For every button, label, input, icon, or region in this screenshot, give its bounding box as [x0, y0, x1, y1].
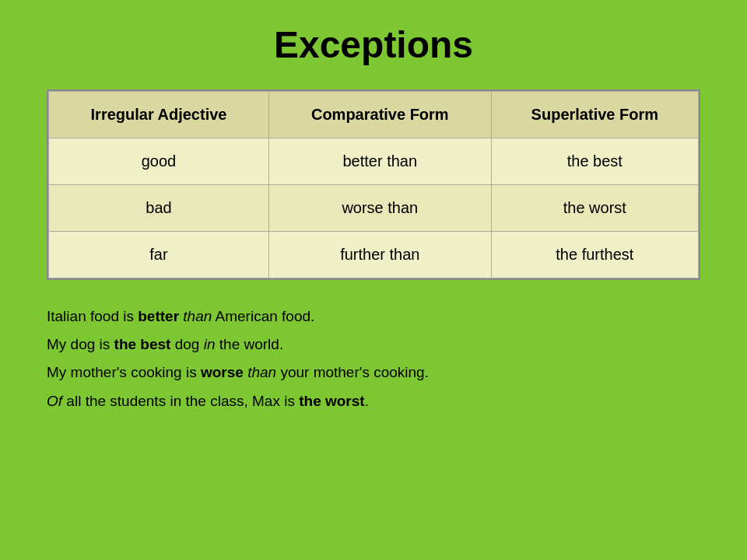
cell-superlative: the furthest: [491, 232, 698, 278]
examples-section: Italian food is better than American foo…: [47, 303, 700, 415]
cell-comparative: worse than: [268, 185, 491, 232]
exceptions-table: Irregular Adjective Comparative Form Sup…: [48, 91, 699, 278]
example-sentence: My dog is the best dog in the world.: [47, 331, 700, 358]
page-title: Exceptions: [47, 23, 700, 66]
example-sentence: Of all the students in the class, Max is…: [47, 388, 700, 415]
cell-superlative: the worst: [491, 185, 698, 232]
exceptions-table-wrapper: Irregular Adjective Comparative Form Sup…: [47, 89, 700, 280]
col-header-comparative: Comparative Form: [268, 92, 491, 138]
cell-comparative: better than: [268, 138, 491, 185]
table-row: badworse thanthe worst: [49, 185, 699, 232]
cell-adjective: good: [49, 138, 269, 185]
example-sentence: My mother's cooking is worse than your m…: [47, 359, 700, 386]
table-row: farfurther thanthe furthest: [49, 232, 699, 278]
cell-superlative: the best: [491, 138, 698, 185]
cell-comparative: further than: [268, 232, 491, 278]
cell-adjective: bad: [49, 185, 269, 232]
table-row: goodbetter thanthe best: [49, 138, 699, 185]
page-container: Exceptions Irregular Adjective Comparati…: [0, 0, 747, 560]
cell-adjective: far: [49, 232, 269, 278]
col-header-adjective: Irregular Adjective: [49, 92, 269, 138]
table-header-row: Irregular Adjective Comparative Form Sup…: [49, 92, 699, 138]
col-header-superlative: Superlative Form: [491, 92, 698, 138]
example-sentence: Italian food is better than American foo…: [47, 303, 700, 330]
